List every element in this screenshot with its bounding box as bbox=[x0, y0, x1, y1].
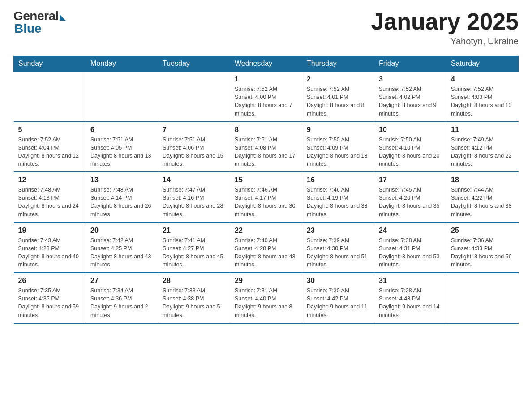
day-info: Sunrise: 7:46 AM Sunset: 4:19 PM Dayligh… bbox=[307, 186, 369, 218]
day-cell: 27Sunrise: 7:34 AM Sunset: 4:36 PM Dayli… bbox=[86, 273, 158, 323]
day-cell: 20Sunrise: 7:42 AM Sunset: 4:25 PM Dayli… bbox=[86, 223, 158, 273]
day-info: Sunrise: 7:41 AM Sunset: 4:27 PM Dayligh… bbox=[163, 236, 225, 269]
logo: General Blue bbox=[13, 9, 66, 36]
day-info: Sunrise: 7:52 AM Sunset: 4:03 PM Dayligh… bbox=[451, 85, 514, 118]
day-info: Sunrise: 7:36 AM Sunset: 4:33 PM Dayligh… bbox=[451, 236, 514, 269]
day-number: 21 bbox=[163, 227, 225, 235]
day-cell bbox=[158, 72, 230, 122]
day-number: 11 bbox=[451, 126, 514, 134]
day-cell: 21Sunrise: 7:41 AM Sunset: 4:27 PM Dayli… bbox=[158, 223, 230, 273]
day-cell bbox=[14, 72, 86, 122]
day-info: Sunrise: 7:52 AM Sunset: 4:00 PM Dayligh… bbox=[235, 85, 297, 118]
week-row-4: 19Sunrise: 7:43 AM Sunset: 4:23 PM Dayli… bbox=[14, 223, 519, 273]
day-info: Sunrise: 7:52 AM Sunset: 4:02 PM Dayligh… bbox=[379, 85, 442, 118]
day-number: 4 bbox=[451, 75, 514, 83]
day-cell: 14Sunrise: 7:47 AM Sunset: 4:16 PM Dayli… bbox=[158, 172, 230, 223]
day-info: Sunrise: 7:46 AM Sunset: 4:17 PM Dayligh… bbox=[235, 186, 297, 218]
day-number: 3 bbox=[379, 75, 442, 83]
day-info: Sunrise: 7:48 AM Sunset: 4:13 PM Dayligh… bbox=[18, 186, 82, 218]
day-number: 5 bbox=[18, 126, 82, 134]
day-cell bbox=[86, 72, 158, 122]
day-info: Sunrise: 7:34 AM Sunset: 4:36 PM Dayligh… bbox=[90, 287, 153, 319]
day-info: Sunrise: 7:51 AM Sunset: 4:08 PM Dayligh… bbox=[235, 136, 297, 168]
day-cell: 26Sunrise: 7:35 AM Sunset: 4:35 PM Dayli… bbox=[14, 273, 86, 323]
day-info: Sunrise: 7:35 AM Sunset: 4:35 PM Dayligh… bbox=[18, 287, 82, 319]
day-number: 29 bbox=[235, 277, 297, 285]
page-header: General Blue January 2025 Yahotyn, Ukrai… bbox=[13, 9, 519, 47]
day-cell: 4Sunrise: 7:52 AM Sunset: 4:03 PM Daylig… bbox=[446, 72, 519, 122]
day-number: 23 bbox=[307, 227, 369, 235]
day-number: 28 bbox=[163, 277, 225, 285]
day-info: Sunrise: 7:52 AM Sunset: 4:04 PM Dayligh… bbox=[18, 136, 82, 168]
title-section: January 2025 Yahotyn, Ukraine bbox=[371, 9, 519, 47]
day-cell: 2Sunrise: 7:52 AM Sunset: 4:01 PM Daylig… bbox=[302, 72, 374, 122]
day-cell: 3Sunrise: 7:52 AM Sunset: 4:02 PM Daylig… bbox=[374, 72, 446, 122]
day-cell: 22Sunrise: 7:40 AM Sunset: 4:28 PM Dayli… bbox=[230, 223, 302, 273]
day-cell: 25Sunrise: 7:36 AM Sunset: 4:33 PM Dayli… bbox=[446, 223, 519, 273]
day-cell: 12Sunrise: 7:48 AM Sunset: 4:13 PM Dayli… bbox=[14, 172, 86, 223]
day-number: 2 bbox=[307, 75, 369, 83]
day-number: 7 bbox=[163, 126, 225, 134]
day-cell: 5Sunrise: 7:52 AM Sunset: 4:04 PM Daylig… bbox=[14, 122, 86, 172]
day-cell: 13Sunrise: 7:48 AM Sunset: 4:14 PM Dayli… bbox=[86, 172, 158, 223]
day-cell: 23Sunrise: 7:39 AM Sunset: 4:30 PM Dayli… bbox=[302, 223, 374, 273]
header-cell-tuesday: Tuesday bbox=[158, 56, 230, 72]
header-cell-sunday: Sunday bbox=[14, 56, 86, 72]
day-info: Sunrise: 7:50 AM Sunset: 4:10 PM Dayligh… bbox=[379, 136, 442, 168]
month-title: January 2025 bbox=[371, 9, 519, 34]
header-cell-friday: Friday bbox=[374, 56, 446, 72]
day-number: 24 bbox=[379, 227, 442, 235]
day-cell: 11Sunrise: 7:49 AM Sunset: 4:12 PM Dayli… bbox=[446, 122, 519, 172]
day-number: 22 bbox=[235, 227, 297, 235]
day-number: 15 bbox=[235, 176, 297, 184]
day-number: 10 bbox=[379, 126, 442, 134]
day-info: Sunrise: 7:31 AM Sunset: 4:40 PM Dayligh… bbox=[235, 287, 297, 319]
header-row: SundayMondayTuesdayWednesdayThursdayFrid… bbox=[14, 56, 519, 72]
day-number: 9 bbox=[307, 126, 369, 134]
day-number: 25 bbox=[451, 227, 514, 235]
header-cell-saturday: Saturday bbox=[446, 56, 519, 72]
day-number: 18 bbox=[451, 176, 514, 184]
day-cell bbox=[446, 273, 519, 323]
day-info: Sunrise: 7:39 AM Sunset: 4:30 PM Dayligh… bbox=[307, 236, 369, 269]
day-info: Sunrise: 7:33 AM Sunset: 4:38 PM Dayligh… bbox=[163, 287, 225, 319]
day-number: 6 bbox=[90, 126, 153, 134]
day-cell: 10Sunrise: 7:50 AM Sunset: 4:10 PM Dayli… bbox=[374, 122, 446, 172]
day-cell: 6Sunrise: 7:51 AM Sunset: 4:05 PM Daylig… bbox=[86, 122, 158, 172]
day-info: Sunrise: 7:51 AM Sunset: 4:05 PM Dayligh… bbox=[90, 136, 153, 168]
day-info: Sunrise: 7:38 AM Sunset: 4:31 PM Dayligh… bbox=[379, 236, 442, 269]
day-info: Sunrise: 7:28 AM Sunset: 4:43 PM Dayligh… bbox=[379, 287, 442, 319]
day-info: Sunrise: 7:43 AM Sunset: 4:23 PM Dayligh… bbox=[18, 236, 82, 269]
day-info: Sunrise: 7:40 AM Sunset: 4:28 PM Dayligh… bbox=[235, 236, 297, 269]
day-cell: 19Sunrise: 7:43 AM Sunset: 4:23 PM Dayli… bbox=[14, 223, 86, 273]
header-cell-wednesday: Wednesday bbox=[230, 56, 302, 72]
day-cell: 31Sunrise: 7:28 AM Sunset: 4:43 PM Dayli… bbox=[374, 273, 446, 323]
header-cell-monday: Monday bbox=[86, 56, 158, 72]
day-cell: 8Sunrise: 7:51 AM Sunset: 4:08 PM Daylig… bbox=[230, 122, 302, 172]
day-cell: 30Sunrise: 7:30 AM Sunset: 4:42 PM Dayli… bbox=[302, 273, 374, 323]
day-info: Sunrise: 7:48 AM Sunset: 4:14 PM Dayligh… bbox=[90, 186, 153, 218]
day-number: 12 bbox=[18, 176, 82, 184]
logo-blue-text: Blue bbox=[14, 21, 42, 36]
day-number: 26 bbox=[18, 277, 82, 285]
day-number: 19 bbox=[18, 227, 82, 235]
week-row-1: 1Sunrise: 7:52 AM Sunset: 4:00 PM Daylig… bbox=[14, 72, 519, 122]
week-row-3: 12Sunrise: 7:48 AM Sunset: 4:13 PM Dayli… bbox=[14, 172, 519, 223]
day-number: 14 bbox=[163, 176, 225, 184]
header-cell-thursday: Thursday bbox=[302, 56, 374, 72]
day-info: Sunrise: 7:45 AM Sunset: 4:20 PM Dayligh… bbox=[379, 186, 442, 218]
day-number: 17 bbox=[379, 176, 442, 184]
day-info: Sunrise: 7:50 AM Sunset: 4:09 PM Dayligh… bbox=[307, 136, 369, 168]
calendar-body: 1Sunrise: 7:52 AM Sunset: 4:00 PM Daylig… bbox=[14, 72, 519, 323]
day-info: Sunrise: 7:52 AM Sunset: 4:01 PM Dayligh… bbox=[307, 85, 369, 118]
day-number: 13 bbox=[90, 176, 153, 184]
day-number: 1 bbox=[235, 75, 297, 83]
day-number: 20 bbox=[90, 227, 153, 235]
day-info: Sunrise: 7:51 AM Sunset: 4:06 PM Dayligh… bbox=[163, 136, 225, 168]
day-info: Sunrise: 7:42 AM Sunset: 4:25 PM Dayligh… bbox=[90, 236, 153, 269]
day-cell: 17Sunrise: 7:45 AM Sunset: 4:20 PM Dayli… bbox=[374, 172, 446, 223]
day-info: Sunrise: 7:49 AM Sunset: 4:12 PM Dayligh… bbox=[451, 136, 514, 168]
day-number: 8 bbox=[235, 126, 297, 134]
day-cell: 29Sunrise: 7:31 AM Sunset: 4:40 PM Dayli… bbox=[230, 273, 302, 323]
day-info: Sunrise: 7:30 AM Sunset: 4:42 PM Dayligh… bbox=[307, 287, 369, 319]
